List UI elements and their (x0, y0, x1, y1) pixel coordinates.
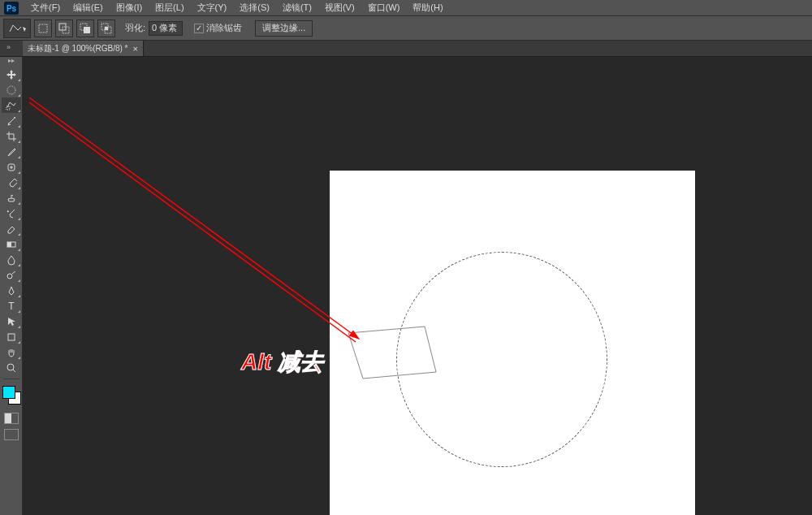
eraser-tool[interactable] (2, 221, 21, 236)
selection-new-button[interactable] (34, 19, 52, 37)
svg-point-19 (7, 274, 12, 279)
app-logo: Ps (3, 1, 19, 15)
tools-panel: ▸▸ T (0, 57, 23, 515)
pen-tool[interactable] (2, 283, 21, 298)
shape-tool[interactable] (2, 329, 21, 344)
clone-stamp-tool[interactable] (2, 190, 21, 206)
menu-file[interactable]: 文件(F) (24, 2, 67, 14)
tab-overflow-icon[interactable]: » (6, 43, 11, 51)
lasso-path (345, 323, 451, 388)
marquee-tool[interactable] (2, 82, 21, 97)
menu-edit[interactable]: 编辑(E) (67, 2, 110, 14)
magic-wand-tool[interactable] (2, 113, 21, 128)
type-tool[interactable]: T (2, 298, 21, 314)
move-tool[interactable] (2, 67, 21, 82)
eyedropper-tool[interactable] (2, 144, 21, 159)
document-tab[interactable]: 未标题-1 @ 100%(RGB/8) * × (23, 41, 144, 56)
hand-tool[interactable] (2, 344, 21, 360)
active-tool-indicator[interactable] (3, 19, 31, 38)
menu-help[interactable]: 帮助(H) (406, 2, 449, 14)
workspace (23, 57, 812, 515)
checkbox-icon (194, 24, 204, 33)
annotation-text: Alt 减去 (241, 347, 323, 378)
refine-edge-button[interactable]: 调整边缘... (255, 20, 313, 37)
menu-window[interactable]: 窗口(W) (361, 2, 407, 14)
svg-rect-21 (8, 334, 15, 340)
feather-input[interactable] (149, 21, 183, 36)
menu-view[interactable]: 视图(V) (318, 2, 361, 14)
svg-rect-3 (39, 24, 47, 32)
selection-intersect-button[interactable] (97, 19, 115, 37)
options-bar: 羽化: 消除锯齿 调整边缘... (0, 16, 812, 41)
history-brush-tool[interactable] (2, 206, 21, 221)
menu-filter[interactable]: 滤镜(T) (276, 2, 318, 14)
blur-tool[interactable] (2, 252, 21, 267)
selection-subtract-button[interactable] (76, 19, 94, 37)
brush-tool[interactable] (2, 175, 21, 190)
svg-rect-7 (84, 27, 90, 33)
feather-label: 羽化: (125, 22, 145, 34)
menu-select[interactable]: 选择(S) (233, 2, 276, 14)
antialias-checkbox[interactable]: 消除锯齿 (194, 22, 242, 34)
document-tab-bar: 未标题-1 @ 100%(RGB/8) * × (0, 41, 812, 57)
screen-mode-toggle[interactable] (4, 429, 19, 440)
menu-layer[interactable]: 图层(L) (149, 2, 190, 14)
crop-tool[interactable] (2, 128, 21, 144)
quick-mask-toggle[interactable] (4, 413, 19, 424)
color-swatches[interactable] (2, 385, 21, 408)
selection-add-button[interactable] (55, 19, 73, 37)
antialias-label: 消除锯齿 (206, 22, 242, 34)
menu-image[interactable]: 图像(I) (110, 2, 149, 14)
svg-point-15 (14, 117, 15, 119)
lasso-tool[interactable] (2, 97, 21, 113)
document-tab-title: 未标题-1 @ 100%(RGB/8) * (28, 43, 128, 54)
gradient-tool[interactable] (2, 236, 21, 252)
svg-rect-18 (7, 242, 11, 247)
zoom-tool[interactable] (2, 360, 21, 375)
svg-rect-10 (105, 27, 108, 30)
toolbar-collapse-icon[interactable]: ▸▸ (0, 56, 23, 64)
menu-type[interactable]: 文字(Y) (191, 2, 234, 14)
svg-text:Ps: Ps (6, 4, 17, 13)
menu-bar: Ps 文件(F) 编辑(E) 图像(I) 图层(L) 文字(Y) 选择(S) 滤… (0, 0, 812, 16)
close-icon[interactable]: × (133, 44, 138, 54)
foreground-swatch[interactable] (2, 386, 15, 399)
path-selection-tool[interactable] (2, 314, 21, 329)
svg-marker-2 (23, 27, 26, 32)
healing-brush-tool[interactable] (2, 159, 21, 175)
svg-rect-14 (6, 106, 10, 110)
svg-point-13 (7, 86, 15, 94)
svg-point-22 (7, 364, 14, 370)
dodge-tool[interactable] (2, 267, 21, 283)
svg-text:T: T (8, 301, 15, 312)
